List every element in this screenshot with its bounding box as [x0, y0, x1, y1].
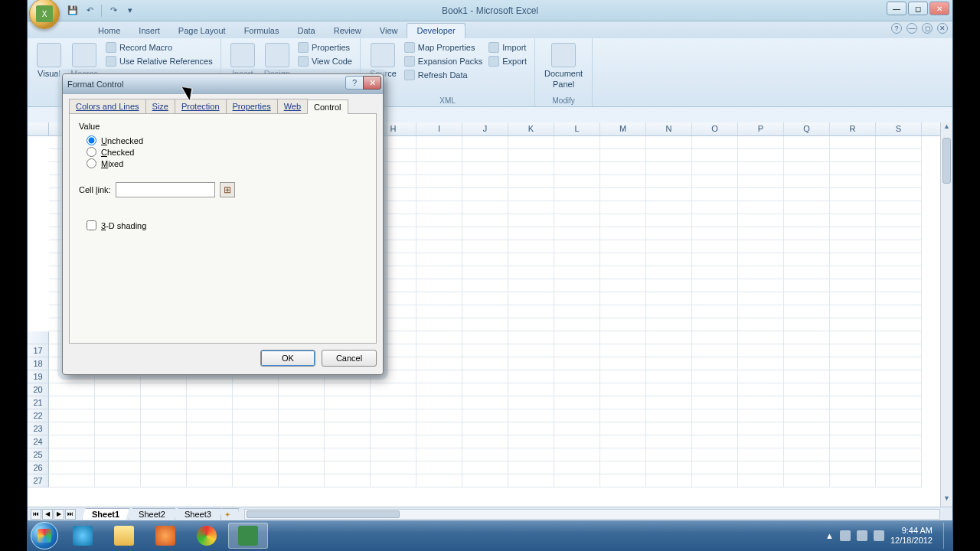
cell[interactable] — [830, 292, 876, 305]
ribbon-minimize-icon[interactable]: — — [906, 23, 917, 34]
redo-icon[interactable]: ↷ — [106, 4, 120, 18]
cell[interactable] — [738, 279, 784, 292]
cell[interactable] — [416, 266, 462, 279]
show-desktop-button[interactable] — [943, 523, 949, 549]
cell[interactable] — [600, 279, 646, 292]
cell[interactable] — [876, 292, 922, 305]
cell[interactable] — [508, 305, 554, 318]
minimize-button[interactable]: — — [887, 2, 906, 15]
cell[interactable] — [462, 227, 508, 240]
cell[interactable] — [738, 422, 784, 435]
cell[interactable] — [462, 240, 508, 253]
row-header[interactable]: 23 — [28, 422, 49, 435]
cell[interactable] — [462, 448, 508, 461]
cell[interactable] — [95, 448, 141, 461]
tab-developer[interactable]: Developer — [407, 23, 465, 38]
tray-network-icon[interactable] — [857, 530, 867, 541]
cell[interactable] — [876, 136, 922, 149]
cell[interactable] — [784, 201, 830, 214]
cell[interactable] — [738, 253, 784, 266]
cell[interactable] — [738, 136, 784, 149]
row-header[interactable]: 24 — [28, 435, 49, 448]
cell[interactable] — [325, 422, 371, 435]
cell[interactable] — [830, 162, 876, 175]
cell[interactable] — [876, 474, 922, 487]
record-macro-button[interactable]: Record Macro — [104, 41, 214, 54]
cell[interactable] — [738, 266, 784, 279]
tab-colors-and-lines[interactable]: Colors and Lines — [69, 99, 146, 113]
cell[interactable] — [462, 136, 508, 149]
cell[interactable] — [416, 331, 462, 344]
cell[interactable] — [738, 448, 784, 461]
taskbar-explorer[interactable] — [104, 523, 144, 549]
cell[interactable] — [876, 461, 922, 474]
document-panel-button[interactable]: DocumentPanel — [541, 41, 586, 90]
cell[interactable] — [738, 227, 784, 240]
cell[interactable] — [830, 201, 876, 214]
cell[interactable] — [49, 383, 95, 396]
cell[interactable] — [646, 175, 692, 188]
next-sheet-button[interactable]: ▶ — [54, 509, 64, 520]
cell[interactable] — [738, 461, 784, 474]
cell[interactable] — [508, 292, 554, 305]
cell[interactable] — [646, 240, 692, 253]
cell[interactable] — [554, 227, 600, 240]
cell[interactable] — [600, 253, 646, 266]
cell[interactable] — [95, 461, 141, 474]
cell[interactable] — [646, 344, 692, 357]
cell[interactable] — [49, 435, 95, 448]
cell[interactable] — [233, 422, 279, 435]
cell[interactable] — [49, 474, 95, 487]
cell[interactable] — [600, 188, 646, 201]
tab-data[interactable]: Data — [288, 24, 324, 38]
cell[interactable] — [876, 305, 922, 318]
cell[interactable] — [554, 448, 600, 461]
cell[interactable] — [416, 344, 462, 357]
sheet-tab[interactable]: Sheet3 — [175, 508, 221, 520]
cell[interactable] — [508, 474, 554, 487]
cell[interactable] — [508, 461, 554, 474]
cell[interactable] — [554, 188, 600, 201]
cell[interactable] — [49, 461, 95, 474]
cell[interactable] — [784, 240, 830, 253]
cell[interactable] — [554, 292, 600, 305]
cell[interactable] — [830, 279, 876, 292]
tray-volume-icon[interactable] — [874, 530, 884, 541]
cell[interactable] — [508, 149, 554, 162]
cell[interactable] — [325, 461, 371, 474]
cell[interactable] — [49, 409, 95, 422]
cell[interactable] — [876, 448, 922, 461]
cell[interactable] — [784, 149, 830, 162]
cell[interactable] — [600, 149, 646, 162]
tab-size[interactable]: Size — [145, 99, 175, 113]
maximize-button[interactable]: ◻ — [908, 2, 928, 15]
row-header[interactable]: 17 — [28, 344, 49, 357]
cell[interactable] — [462, 188, 508, 201]
cell[interactable] — [416, 448, 462, 461]
cell[interactable] — [554, 253, 600, 266]
3d-shading-checkbox[interactable]: 3-D shading — [87, 220, 367, 230]
col-header[interactable]: J — [462, 122, 508, 135]
cell[interactable] — [508, 175, 554, 188]
cell[interactable] — [416, 136, 462, 149]
cell[interactable] — [830, 188, 876, 201]
cell[interactable] — [462, 201, 508, 214]
cell[interactable] — [508, 331, 554, 344]
cell[interactable] — [784, 188, 830, 201]
cell[interactable] — [830, 214, 876, 227]
radio-unchecked-input[interactable] — [87, 135, 96, 145]
tab-properties[interactable]: Properties — [226, 99, 278, 113]
cell[interactable] — [554, 318, 600, 331]
cell[interactable] — [600, 422, 646, 435]
cell[interactable] — [416, 422, 462, 435]
prev-sheet-button[interactable]: ◀ — [42, 509, 53, 520]
cell[interactable] — [187, 448, 233, 461]
cell[interactable] — [554, 383, 600, 396]
cell[interactable] — [738, 409, 784, 422]
cell[interactable] — [600, 214, 646, 227]
cell[interactable] — [692, 435, 738, 448]
cell[interactable] — [646, 383, 692, 396]
cell[interactable] — [830, 383, 876, 396]
cell[interactable] — [876, 162, 922, 175]
cell[interactable] — [876, 396, 922, 409]
